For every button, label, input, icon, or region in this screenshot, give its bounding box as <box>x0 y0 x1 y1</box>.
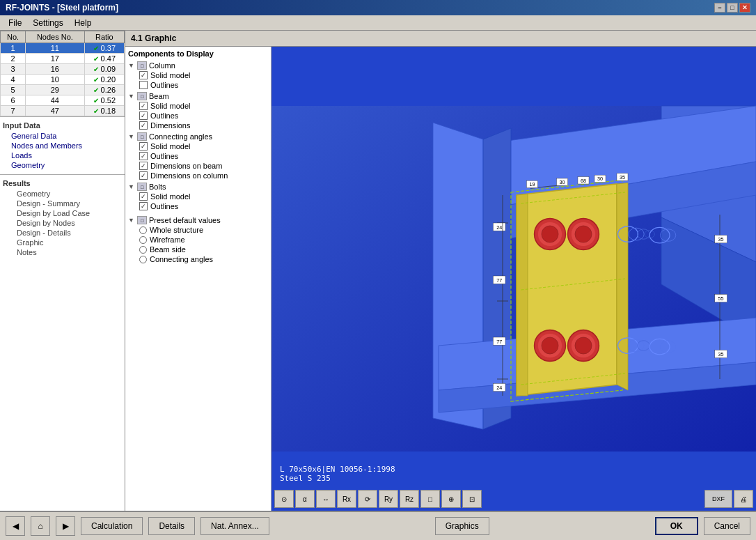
nat-annex-button[interactable]: Nat. Annex... <box>200 517 269 535</box>
preset-beam-label: Beam side <box>150 245 186 254</box>
preset-whole-label: Whole structure <box>150 226 203 234</box>
col-solid-checkbox[interactable] <box>139 71 148 79</box>
nav-home-button[interactable]: ⌂ <box>31 516 50 536</box>
table-row[interactable]: 3 16 ✔ 0.09 <box>1 64 125 75</box>
expand-beam-icon: ▼ <box>128 93 135 100</box>
preset-connecting-angles[interactable]: Connecting angles <box>128 254 268 264</box>
preset-header[interactable]: ▼ □ Preset default values <box>128 215 268 225</box>
vp-btn-6[interactable]: Ry <box>379 490 398 508</box>
group-column-label: Column <box>149 61 175 70</box>
menu-file[interactable]: File <box>3 17 27 29</box>
cell-node: 44 <box>26 95 84 106</box>
viewport-3d[interactable]: 24 77 77 24 <box>271 47 756 511</box>
svg-text:35: 35 <box>718 351 724 357</box>
components-title: Components to Display <box>128 49 268 58</box>
maximize-button[interactable]: □ <box>727 3 738 13</box>
beam-dimensions-checkbox[interactable] <box>139 121 148 130</box>
preset-beam-side[interactable]: Beam side <box>128 245 268 254</box>
conn-outlines-label: Outlines <box>150 152 178 160</box>
vp-btn-7[interactable]: Rz <box>400 490 419 508</box>
status-icon: ✔ <box>93 76 99 84</box>
close-button[interactable]: ✕ <box>739 3 750 13</box>
menu-help[interactable]: Help <box>69 17 97 29</box>
conn-dims-col-checkbox[interactable] <box>139 171 148 180</box>
beam-dimensions[interactable]: Dimensions <box>128 121 268 130</box>
vp-btn-3[interactable]: ↔ <box>316 490 336 508</box>
vp-btn-5[interactable]: ⟳ <box>358 490 377 508</box>
preset-beam-radio[interactable] <box>139 246 147 254</box>
nav-forward-button[interactable]: ▶ <box>56 516 75 536</box>
preset-wireframe-radio[interactable] <box>139 236 147 244</box>
nav-design-summary[interactable]: Design - Summary <box>3 199 122 208</box>
details-button[interactable]: Details <box>148 517 195 535</box>
conn-solid-model[interactable]: Solid model <box>128 141 268 151</box>
cell-node: 10 <box>26 75 84 85</box>
nav-back-button[interactable]: ◀ <box>6 516 25 536</box>
beam-outlines[interactable]: Outlines <box>128 111 268 121</box>
minimize-button[interactable]: − <box>714 3 725 13</box>
nav-design-nodes[interactable]: Design by Nodes <box>3 218 122 228</box>
cell-node: 11 <box>26 43 84 54</box>
beam-outlines-checkbox[interactable] <box>139 111 148 120</box>
graphics-button[interactable]: Graphics <box>435 517 489 535</box>
nav-res-geometry[interactable]: Geometry <box>3 189 122 199</box>
preset-connecting-radio[interactable] <box>139 256 147 263</box>
bolts-outlines[interactable]: Outlines <box>128 201 268 211</box>
table-row[interactable]: 5 29 ✔ 0.26 <box>1 85 125 95</box>
conn-dims-beam[interactable]: Dimensions on beam <box>128 161 268 171</box>
table-row[interactable]: 2 17 ✔ 0.47 <box>1 54 125 64</box>
vp-btn-9[interactable]: ⊕ <box>441 490 461 508</box>
table-row[interactable]: 4 10 ✔ 0.20 <box>1 75 125 85</box>
vp-btn-8[interactable]: □ <box>420 490 440 508</box>
print-button[interactable]: 🖨 <box>734 490 753 508</box>
col-solid-label: Solid model <box>150 71 190 79</box>
bolts-outlines-checkbox[interactable] <box>139 202 148 210</box>
connecting-group-icon: □ <box>137 132 147 141</box>
nav-design-load-case[interactable]: Design by Load Case <box>3 208 122 218</box>
group-beam-header[interactable]: ▼ □ Beam <box>128 91 268 101</box>
ok-button[interactable]: OK <box>655 517 698 535</box>
group-column-header[interactable]: ▼ □ Column <box>128 61 268 70</box>
svg-text:24: 24 <box>496 224 502 231</box>
preset-whole-structure[interactable]: Whole structure <box>128 225 268 235</box>
nav-geometry[interactable]: Geometry <box>3 160 122 170</box>
table-row[interactable]: 6 44 ✔ 0.52 <box>1 95 125 106</box>
nav-notes[interactable]: Notes <box>3 247 122 257</box>
beam-solid-checkbox[interactable] <box>139 102 148 110</box>
cell-ratio: ✔ 0.18 <box>84 106 124 116</box>
menu-settings[interactable]: Settings <box>27 17 68 29</box>
table-row[interactable]: 1 11 ✔ 0.37 <box>1 43 125 54</box>
conn-outlines[interactable]: Outlines <box>128 151 268 161</box>
vp-btn-4[interactable]: Rx <box>337 490 356 508</box>
group-bolts-header[interactable]: ▼ □ Bolts <box>128 182 268 192</box>
group-connecting-header[interactable]: ▼ □ Connecting angles <box>128 132 268 141</box>
vp-btn-10[interactable]: ⊡ <box>462 490 482 508</box>
col-outlines[interactable]: Outlines <box>128 80 268 90</box>
cell-no: 5 <box>1 85 26 95</box>
table-row[interactable]: 7 47 ✔ 0.18 <box>1 106 125 116</box>
dxf-button[interactable]: DXF <box>704 490 732 508</box>
conn-outlines-checkbox[interactable] <box>139 152 148 160</box>
conn-dims-column[interactable]: Dimensions on column <box>128 171 268 180</box>
svg-text:35: 35 <box>718 236 724 242</box>
nav-design-details[interactable]: Design - Details <box>3 228 122 238</box>
nav-general-data[interactable]: General Data <box>3 131 122 141</box>
conn-solid-checkbox[interactable] <box>139 142 148 151</box>
bolts-solid-model[interactable]: Solid model <box>128 192 268 201</box>
vp-btn-2[interactable]: α <box>295 490 315 508</box>
col-outlines-checkbox[interactable] <box>139 81 148 89</box>
nav-graphic[interactable]: Graphic <box>3 238 122 247</box>
beam-solid-model[interactable]: Solid model <box>128 101 268 111</box>
vp-btn-1[interactable]: ⊙ <box>274 490 294 508</box>
preset-whole-radio[interactable] <box>139 226 147 234</box>
nav-nodes-members[interactable]: Nodes and Members <box>3 141 122 151</box>
conn-dims-beam-checkbox[interactable] <box>139 162 148 170</box>
calculation-button[interactable]: Calculation <box>81 517 143 535</box>
col-ratio: Ratio <box>84 31 124 43</box>
col-solid-model[interactable]: Solid model <box>128 70 268 80</box>
cancel-button[interactable]: Cancel <box>704 517 750 535</box>
nav-loads[interactable]: Loads <box>3 151 122 160</box>
expand-column-icon: ▼ <box>128 62 135 69</box>
bolts-solid-checkbox[interactable] <box>139 192 148 201</box>
preset-wireframe[interactable]: Wireframe <box>128 235 268 245</box>
